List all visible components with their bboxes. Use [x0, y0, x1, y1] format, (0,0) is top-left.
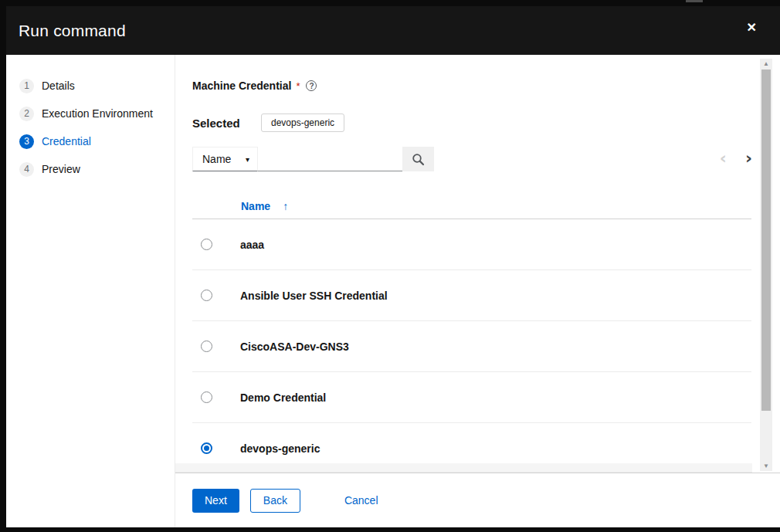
modal-header: Run command ✕ [6, 6, 780, 55]
radio-unselected-icon[interactable] [201, 391, 212, 403]
close-icon[interactable]: ✕ [747, 22, 757, 34]
credential-name: Demo Credential [240, 391, 326, 404]
cancel-button[interactable]: Cancel [344, 494, 378, 507]
modal-body: 1Details2Execution Environment3Credentia… [6, 55, 780, 527]
radio-unselected-icon[interactable] [201, 341, 212, 352]
table-row[interactable]: Ansible User SSH Credential [192, 270, 751, 321]
field-label-row: Machine Credential * ? [192, 80, 317, 92]
filter-type-value: Name [202, 153, 231, 165]
step-number-badge: 4 [19, 162, 34, 177]
backdrop-artifact [686, 0, 703, 2]
radio-unselected-icon[interactable] [201, 239, 212, 250]
selected-chip[interactable]: devops-generic [261, 114, 344, 132]
table-row[interactable]: aaaa [192, 219, 751, 270]
wizard-nav: 1Details2Execution Environment3Credentia… [6, 55, 175, 527]
radio-selected-icon[interactable] [201, 442, 212, 454]
step-label: Preview [42, 163, 80, 175]
step-label: Execution Environment [42, 107, 153, 120]
credential-name: CiscoASA-Dev-GNS3 [240, 341, 349, 353]
credential-name: Ansible User SSH Credential [240, 290, 388, 302]
step-number-badge: 1 [19, 79, 34, 93]
search-input[interactable] [258, 147, 402, 171]
credential-name: aaaa [240, 239, 264, 251]
step-number-badge: 2 [19, 107, 34, 121]
next-button[interactable]: Next [192, 489, 239, 513]
scroll-up-icon[interactable]: ▲ [760, 59, 772, 69]
column-header-name[interactable]: Name [241, 200, 270, 212]
scroll-down-icon[interactable]: ▼ [760, 461, 772, 471]
step-number-badge: 3 [19, 134, 34, 149]
wizard-step-details[interactable]: 1Details [6, 72, 175, 100]
selected-row: Selected devops-generic [192, 114, 344, 132]
chevron-down-icon: ▾ [246, 155, 249, 164]
sort-ascending-icon[interactable]: ↑ [283, 200, 288, 212]
content-pane: Machine Credential * ? Selected devops-g… [175, 55, 780, 527]
required-asterisk: * [296, 80, 300, 92]
step-label: Details [42, 80, 75, 92]
scrollbar-thumb[interactable] [761, 69, 771, 411]
vertical-scrollbar[interactable]: ▲ ▼ [760, 59, 772, 471]
pagination: ‹ › [720, 150, 752, 167]
table-row[interactable]: CiscoASA-Dev-GNS3 [192, 321, 751, 372]
field-label: Machine Credential [192, 80, 291, 92]
page-next-icon[interactable]: › [745, 150, 752, 167]
horizontal-scrollbar[interactable] [175, 463, 752, 473]
wizard-step-credential[interactable]: 3Credential [6, 127, 175, 155]
list-toolbar: Name ▾ [192, 147, 434, 171]
step-label: Credential [42, 135, 91, 147]
wizard-step-execution-environment[interactable]: 2Execution Environment [6, 100, 175, 127]
page-prev-icon[interactable]: ‹ [720, 150, 727, 167]
selected-label: Selected [192, 117, 261, 130]
table-header: Name ↑ [192, 194, 288, 219]
wizard-step-preview[interactable]: 4Preview [6, 155, 175, 183]
run-command-modal: Run command ✕ 1Details2Execution Environ… [6, 6, 780, 527]
modal-title: Run command [19, 22, 126, 40]
filter-type-dropdown[interactable]: Name ▾ [192, 147, 258, 171]
credential-name: devops-generic [240, 442, 320, 455]
table-row[interactable]: Demo Credential [192, 372, 751, 423]
credential-list: aaaaAnsible User SSH CredentialCiscoASA-… [192, 219, 751, 474]
modal-footer: Next Back Cancel [175, 473, 780, 527]
search-button[interactable] [402, 147, 434, 171]
help-icon[interactable]: ? [306, 80, 317, 91]
back-button[interactable]: Back [250, 489, 300, 513]
search-icon [412, 153, 425, 166]
radio-unselected-icon[interactable] [201, 290, 212, 301]
